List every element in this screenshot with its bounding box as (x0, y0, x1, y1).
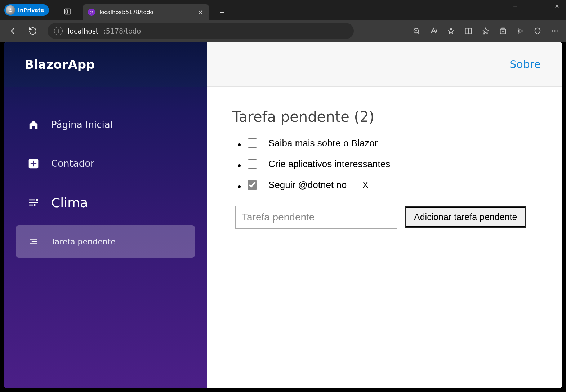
page-title: Tarefa pendente (2) (232, 108, 559, 125)
svg-point-9 (557, 30, 558, 32)
site-info-icon[interactable]: i (54, 27, 63, 35)
collections-icon[interactable] (498, 26, 508, 36)
split-screen-icon[interactable] (464, 26, 473, 36)
sidebar-item-label: Contador (51, 158, 94, 169)
brand-label: BlazorApp (24, 57, 95, 72)
list-item (246, 133, 559, 153)
todo-title-input[interactable] (263, 154, 425, 174)
new-todo-input[interactable] (235, 206, 397, 229)
main: Sobre Tarefa pendente (2) (207, 42, 562, 388)
browser-essentials-icon[interactable] (533, 26, 542, 36)
svg-point-12 (34, 205, 35, 206)
list-item (246, 175, 559, 195)
more-menu-icon[interactable] (550, 26, 560, 36)
list-nested-icon (27, 235, 40, 248)
window-minimize-button[interactable]: ─ (510, 3, 521, 10)
sidebar-item-home[interactable]: Página Inicial (16, 108, 195, 141)
profile-avatar-icon (6, 5, 15, 15)
url-path: :5178/todo (103, 27, 141, 35)
url-host: localhost (68, 27, 98, 35)
svg-rect-5 (469, 28, 471, 34)
blazor-favicon-icon: ◎ (88, 9, 95, 16)
favorite-star-icon[interactable] (446, 26, 456, 36)
list-icon (27, 196, 40, 209)
heading-prefix: Tarefa pendente (232, 108, 349, 125)
titlebar: InPrivate ◎ localhost:5178/todo ✕ ＋ ─ ☐ … (0, 0, 566, 20)
top-bar: Sobre (207, 42, 562, 87)
svg-rect-4 (465, 28, 468, 34)
svg-point-11 (37, 200, 38, 201)
zoom-icon[interactable] (412, 26, 421, 36)
list-item (246, 154, 559, 174)
browser-tab[interactable]: ◎ localhost:5178/todo ✕ (83, 4, 209, 20)
plus-square-icon (27, 157, 40, 170)
add-todo-button[interactable]: Adicionar tarefa pendente (405, 206, 526, 228)
sidebar-item-label: Tarefa pendente (51, 237, 116, 246)
svg-point-7 (552, 30, 553, 32)
address-bar[interactable]: i localhost:5178/todo (48, 23, 354, 39)
todo-checkbox[interactable] (248, 159, 257, 169)
sidebar-item-todo[interactable]: Tarefa pendente (16, 225, 195, 258)
inprivate-label: InPrivate (18, 7, 44, 13)
add-button-label: Adicionar tarefa pendente (414, 212, 517, 222)
window-maximize-button[interactable]: ☐ (531, 3, 542, 10)
svg-point-0 (10, 8, 12, 10)
todo-list (246, 133, 559, 195)
toolbar-actions (412, 26, 560, 36)
nav-list: Página Inicial Contador Clima (4, 87, 207, 258)
todo-checkbox[interactable] (248, 180, 257, 190)
read-aloud-icon[interactable] (429, 26, 438, 36)
home-icon (27, 118, 40, 132)
content: Tarefa pendente (2) (207, 87, 562, 232)
browser-window: InPrivate ◎ localhost:5178/todo ✕ ＋ ─ ☐ … (0, 0, 566, 392)
page-viewport: BlazorApp Página Inicial Contador (4, 42, 562, 388)
browser-toolbar: i localhost:5178/todo (0, 20, 566, 42)
favorites-list-icon[interactable] (481, 26, 490, 36)
tab-close-button[interactable]: ✕ (197, 9, 204, 16)
about-link[interactable]: Sobre (509, 58, 541, 71)
sidebar-item-counter[interactable]: Contador (16, 147, 195, 180)
todo-title-input[interactable] (263, 175, 425, 195)
todo-title-input[interactable] (263, 133, 425, 153)
new-tab-button[interactable]: ＋ (216, 6, 228, 18)
about-label: Sobre (509, 58, 541, 71)
extensions-icon[interactable] (516, 26, 525, 36)
sidebar-item-label: Página Inicial (51, 119, 113, 130)
tab-actions-button[interactable] (61, 5, 75, 18)
app-brand[interactable]: BlazorApp (4, 42, 207, 87)
sidebar: BlazorApp Página Inicial Contador (4, 42, 207, 388)
back-button[interactable] (6, 23, 22, 39)
window-controls: ─ ☐ ✕ (510, 3, 562, 10)
sidebar-item-label: Clima (51, 195, 88, 210)
add-todo-row: Adicionar tarefa pendente (235, 206, 559, 229)
window-close-button[interactable]: ✕ (552, 3, 562, 10)
refresh-button[interactable] (25, 23, 40, 39)
sidebar-item-weather[interactable]: Clima (16, 186, 195, 219)
todo-checkbox[interactable] (248, 138, 257, 148)
svg-rect-2 (66, 10, 68, 13)
svg-point-8 (554, 30, 556, 32)
tab-title: localhost:5178/todo (99, 9, 192, 15)
pending-count: 2 (360, 108, 369, 125)
inprivate-badge[interactable]: InPrivate (4, 4, 49, 16)
